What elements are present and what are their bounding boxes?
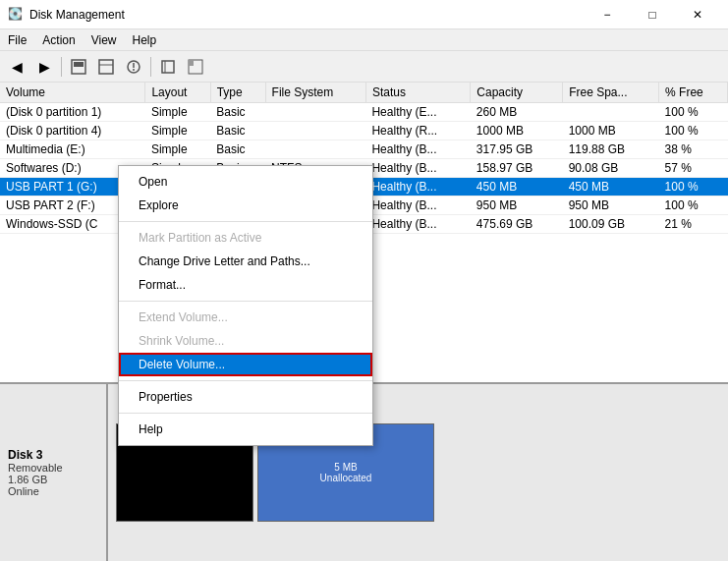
svg-rect-10 [189, 60, 194, 66]
toolbar-separator-2 [150, 57, 151, 77]
table-cell: 100.09 GB [563, 215, 659, 234]
toolbar-icon-2 [98, 59, 114, 75]
close-button[interactable]: ✕ [675, 0, 720, 29]
disk-type: Removable [8, 462, 98, 474]
context-menu-item-ctx-mark-active: Mark Partition as Active [119, 226, 372, 250]
disk-label-panel: Disk 3 Removable 1.86 GB Online [0, 384, 108, 561]
table-cell: Basic [210, 140, 265, 159]
toolbar-btn-2[interactable] [93, 54, 119, 80]
menu-help[interactable]: Help [125, 29, 165, 50]
table-row[interactable]: Multimedia (E:)SimpleBasicHealthy (B...3… [0, 140, 728, 159]
toolbar-icon-1 [71, 59, 86, 75]
table-cell [265, 140, 365, 159]
table-cell: Basic [210, 122, 265, 140]
table-cell: 260 MB [471, 103, 563, 122]
svg-point-6 [133, 69, 135, 71]
table-cell: Healthy (B... [365, 159, 470, 178]
svg-rect-2 [99, 60, 113, 74]
context-menu-separator [119, 380, 372, 381]
table-header: Volume Layout Type File System Status Ca… [0, 83, 728, 103]
context-menu-item-ctx-shrink: Shrink Volume... [119, 329, 372, 353]
table-cell: 450 MB [563, 178, 659, 196]
table-cell: 1000 MB [563, 122, 659, 140]
table-cell: 21 % [659, 215, 728, 234]
table-row[interactable]: (Disk 0 partition 1)SimpleBasicHealthy (… [0, 103, 728, 122]
toolbar-btn-5[interactable] [183, 54, 208, 80]
context-menu-item-ctx-format[interactable]: Format... [119, 273, 372, 297]
table-cell: Healthy (B... [365, 215, 470, 234]
toolbar-icon-4 [160, 59, 176, 75]
table-cell: 100 % [659, 122, 728, 140]
table-cell: 450 MB [471, 178, 563, 196]
table-cell: 475.69 GB [471, 215, 563, 234]
title-bar-left: 💽 Disk Management [8, 7, 125, 23]
table-cell: 57 % [659, 159, 728, 178]
table-cell: 100 % [659, 196, 728, 215]
maximize-button[interactable]: □ [630, 0, 675, 29]
table-cell: Multimedia (E:) [0, 140, 145, 159]
window-controls: − □ ✕ [585, 0, 720, 29]
minimize-button[interactable]: − [585, 0, 630, 29]
table-cell: 100 % [659, 178, 728, 196]
table-cell: 90.08 GB [563, 159, 659, 178]
disk-label-title: Disk 3 [8, 448, 98, 462]
window-title: Disk Management [29, 8, 125, 22]
col-status: Status [365, 83, 470, 103]
partition-type-label: Unallocated [320, 473, 372, 483]
context-menu-item-ctx-explore[interactable]: Explore [119, 194, 372, 217]
table-cell: Healthy (E... [365, 103, 470, 122]
table-cell: 950 MB [563, 196, 659, 215]
col-layout: Layout [145, 83, 210, 103]
table-cell: Basic [210, 103, 265, 122]
table-cell [563, 103, 659, 122]
table-cell: 158.97 GB [471, 159, 563, 178]
forward-button[interactable]: ▶ [31, 54, 57, 80]
table-cell [265, 103, 365, 122]
table-cell: (Disk 0 partition 4) [0, 122, 145, 140]
disk-size: 1.86 GB [8, 474, 98, 485]
menu-view[interactable]: View [84, 29, 125, 50]
context-menu-item-ctx-change-letter[interactable]: Change Drive Letter and Paths... [119, 250, 372, 273]
col-volume: Volume [0, 83, 145, 103]
col-pct: % Free [659, 83, 728, 103]
svg-rect-7 [162, 61, 174, 73]
menu-action[interactable]: Action [34, 29, 83, 50]
context-menu-separator [119, 301, 372, 302]
toolbar-icon-3 [126, 59, 141, 75]
table-cell: 100 % [659, 103, 728, 122]
toolbar-icon-5 [188, 59, 203, 75]
back-button[interactable]: ◀ [4, 54, 29, 80]
toolbar-btn-3[interactable] [121, 54, 146, 80]
context-menu-separator [119, 413, 372, 414]
col-type: Type [210, 83, 265, 103]
context-menu: OpenExploreMark Partition as ActiveChang… [118, 165, 373, 446]
menu-bar: File Action View Help [0, 29, 728, 51]
table-cell: Simple [145, 103, 210, 122]
table-cell: 119.88 GB [563, 140, 659, 159]
context-menu-separator [119, 221, 372, 222]
menu-file[interactable]: File [0, 29, 34, 50]
table-row[interactable]: (Disk 0 partition 4)SimpleBasicHealthy (… [0, 122, 728, 140]
toolbar-btn-1[interactable] [66, 54, 91, 80]
context-menu-item-ctx-help[interactable]: Help [119, 418, 372, 441]
toolbar-btn-4[interactable] [155, 54, 181, 80]
table-cell: 950 MB [471, 196, 563, 215]
toolbar-separator-1 [61, 57, 62, 77]
table-cell: 38 % [659, 140, 728, 159]
context-menu-item-ctx-open[interactable]: Open [119, 170, 372, 194]
table-cell: Healthy (R... [365, 122, 470, 140]
table-cell: Simple [145, 122, 210, 140]
table-cell: Healthy (B... [365, 178, 470, 196]
context-menu-item-ctx-delete[interactable]: Delete Volume... [119, 353, 372, 376]
table-cell: Healthy (B... [365, 140, 470, 159]
table-cell: Healthy (B... [365, 196, 470, 215]
table-cell: 317.95 GB [471, 140, 563, 159]
toolbar: ◀ ▶ [0, 51, 728, 83]
context-menu-item-ctx-extend: Extend Volume... [119, 306, 372, 329]
partition-size-label: 5 MB [334, 462, 357, 473]
table-cell [265, 122, 365, 140]
app-icon: 💽 [8, 7, 24, 23]
disk-status: Online [8, 485, 98, 497]
context-menu-item-ctx-properties[interactable]: Properties [119, 385, 372, 409]
table-cell: 1000 MB [471, 122, 563, 140]
